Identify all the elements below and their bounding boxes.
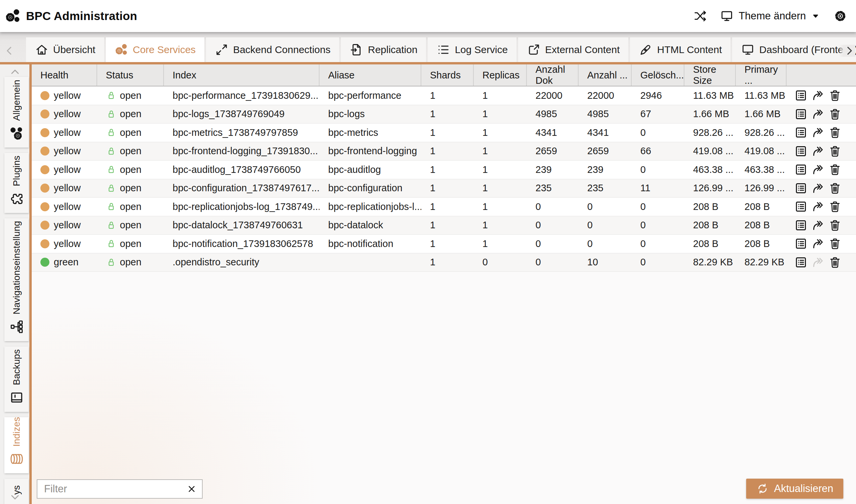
row-details-button[interactable] <box>794 88 808 103</box>
row-delete-button[interactable] <box>828 163 842 177</box>
filter-clear-button[interactable] <box>185 484 202 494</box>
row-delete-button[interactable] <box>828 237 842 251</box>
row-share-button[interactable] <box>811 88 825 103</box>
theme-switcher[interactable]: Theme ändern <box>720 9 821 23</box>
index-cell: bpc-performance_17391830629... <box>164 87 320 105</box>
row-delete-button[interactable] <box>828 255 842 269</box>
column-header-gelösch[interactable]: Gelösch... <box>632 65 684 86</box>
column-header-status[interactable]: Status <box>97 65 164 86</box>
row-details-button[interactable] <box>794 218 808 232</box>
caret-down-icon <box>810 11 821 21</box>
archive-icon <box>9 390 24 405</box>
doc-count2-cell: 235 <box>578 179 632 198</box>
primary-size-cell: 419.08 ... <box>736 142 787 161</box>
column-header-replicas[interactable]: Replicas <box>474 65 527 86</box>
column-header-shards[interactable]: Shards <box>421 65 474 86</box>
tabs-scroll-left-button[interactable] <box>3 45 15 57</box>
row-details-button[interactable] <box>794 126 808 140</box>
chevron-right-icon <box>843 45 855 57</box>
column-header-primary[interactable]: Primary ... <box>736 65 787 86</box>
doc-count2-cell: 0 <box>578 198 632 216</box>
alias-cell: bpc-notification <box>320 235 421 253</box>
row-share-button[interactable] <box>811 218 825 232</box>
tab-übersicht[interactable]: Übersicht <box>26 37 104 62</box>
row-details-button[interactable] <box>794 237 808 251</box>
store-size-cell: 126.99 ... <box>684 179 736 198</box>
tab-external-content[interactable]: External Content <box>518 37 628 62</box>
row-details-button[interactable] <box>794 255 808 269</box>
tab-backend-connections[interactable]: Backend Connections <box>206 37 339 62</box>
tabs-scroll-right-button[interactable] <box>839 45 855 57</box>
row-share-button[interactable] <box>811 181 825 195</box>
column-header-store-size[interactable]: Store Size <box>684 65 736 86</box>
tab-replication[interactable]: Replication <box>341 37 426 62</box>
actions-cell <box>787 87 856 105</box>
status-label: open <box>120 238 142 249</box>
lock-open-icon <box>106 146 117 157</box>
sidebar-item-list: Allgemein Plugins Navigationseinstellung… <box>4 77 29 504</box>
replicas-cell: 0 <box>474 253 527 272</box>
sidebar-item-allgemein[interactable]: Allgemein <box>4 77 29 147</box>
row-delete-button[interactable] <box>828 181 842 195</box>
tab-core-services[interactable]: Core Services <box>106 37 204 62</box>
primary-size-cell: 208 B <box>736 198 787 216</box>
sidebar-item-plugins[interactable]: Plugins <box>4 153 29 213</box>
lock-open-icon <box>106 183 117 194</box>
tab-log-service[interactable]: Log Service <box>428 37 516 62</box>
row-share-button[interactable] <box>811 144 825 158</box>
accent-divider <box>0 62 856 65</box>
settings-button[interactable] <box>833 9 847 23</box>
tab-html-content[interactable]: HTML Content <box>630 37 730 62</box>
tab-label: Backend Connections <box>233 44 331 55</box>
row-share-button[interactable] <box>811 200 825 214</box>
row-delete-button[interactable] <box>828 88 842 103</box>
row-delete-button[interactable] <box>828 126 842 140</box>
doc-count-cell: 0 <box>527 198 578 216</box>
deleted-cell: 0 <box>632 216 684 235</box>
health-cell: yellow <box>32 105 97 124</box>
row-share-button[interactable] <box>811 237 825 251</box>
row-share-button[interactable] <box>811 126 825 140</box>
column-header-index[interactable]: Index <box>164 65 320 86</box>
deleted-cell: 0 <box>632 198 684 216</box>
sidebar-item-backups[interactable]: Backups <box>4 346 29 412</box>
doc-count-cell: 235 <box>527 179 578 198</box>
row-details-button[interactable] <box>794 181 808 195</box>
column-header-health[interactable]: Health <box>32 65 97 86</box>
filter-input[interactable] <box>37 480 185 498</box>
row-details-button[interactable] <box>794 163 808 177</box>
replicas-cell: 1 <box>474 87 527 105</box>
lock-open-icon <box>106 164 117 175</box>
app-header: BPC Administration Theme ändern <box>0 0 856 32</box>
sidebar-item-label: Allgemein <box>11 80 22 121</box>
sidebar-scroll-down-button[interactable] <box>5 491 25 503</box>
tab-dashboard-frontend[interactable]: Dashboard (Frontend) <box>732 37 856 62</box>
row-delete-button[interactable] <box>828 218 842 232</box>
row-details-button[interactable] <box>794 200 808 214</box>
row-share-button[interactable] <box>811 163 825 177</box>
row-share-button <box>811 255 825 269</box>
column-header-anzahl-dok[interactable]: Anzahl Dok <box>527 65 578 86</box>
row-delete-button[interactable] <box>828 200 842 214</box>
primary-size-cell: 208 B <box>736 235 787 253</box>
brand: BPC Administration <box>5 8 137 24</box>
column-header-aliase[interactable]: Aliase <box>320 65 421 86</box>
row-share-button[interactable] <box>811 107 825 121</box>
health-cell: yellow <box>32 235 97 253</box>
health-cell: green <box>32 253 97 272</box>
row-delete-button[interactable] <box>828 107 842 121</box>
row-details-button[interactable] <box>794 144 808 158</box>
alias-cell: bpc-datalock <box>320 216 421 235</box>
row-details-button[interactable] <box>794 107 808 121</box>
column-header-anzahl[interactable]: Anzahl ... <box>578 65 632 86</box>
primary-size-cell: 1.66 MB <box>736 105 787 124</box>
row-delete-button[interactable] <box>828 144 842 158</box>
document-arrow-icon <box>350 43 363 57</box>
sidebar-item-indizes[interactable]: Indizes <box>4 417 29 473</box>
table-row: yellow open bpc-performance_17391830629.… <box>32 87 856 105</box>
refresh-button[interactable]: Aktualisieren <box>746 479 843 499</box>
shuffle-button[interactable] <box>693 9 707 23</box>
actions-cell <box>787 216 856 235</box>
sidebar-item-navigationseinstellung[interactable]: Navigationseinstellung <box>4 218 29 341</box>
sidebar-scroll-up-button[interactable] <box>5 67 25 78</box>
